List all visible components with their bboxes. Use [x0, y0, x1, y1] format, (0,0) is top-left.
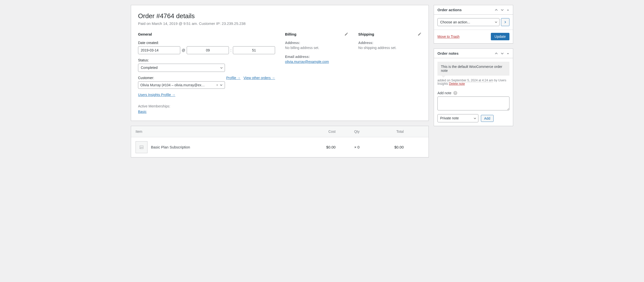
- hour-input[interactable]: [187, 46, 229, 54]
- chevron-down-icon[interactable]: [500, 52, 504, 55]
- item-name: Basic Plan Subscription: [151, 145, 190, 149]
- image-placeholder-icon: [136, 141, 148, 153]
- billing-heading: Billing: [285, 32, 348, 36]
- shipping-heading: Shipping: [358, 32, 422, 36]
- chevron-up-icon[interactable]: [494, 52, 498, 55]
- chevron-down-icon[interactable]: [500, 8, 504, 12]
- profile-link[interactable]: Profile →: [226, 76, 240, 80]
- billing-column: Billing Address: No billing address set.…: [285, 32, 348, 114]
- shipping-column: Shipping Address: No shipping address se…: [358, 32, 422, 114]
- add-note-label: Add note: [438, 91, 451, 95]
- action-select[interactable]: Choose an action...: [438, 18, 500, 26]
- help-icon[interactable]: ?: [453, 91, 457, 95]
- at-label: @: [182, 48, 185, 52]
- col-cost: Cost: [310, 126, 340, 137]
- order-notes-panel: Order notes This is the default WooComme…: [434, 49, 513, 126]
- item-cost: $0.00: [310, 137, 340, 157]
- pencil-icon[interactable]: [344, 32, 348, 36]
- apply-action-button[interactable]: [501, 18, 510, 26]
- billing-address-label: Address:: [285, 41, 348, 45]
- order-actions-title: Order actions: [438, 8, 462, 12]
- page-title: Order #4764 details: [138, 12, 422, 20]
- order-items-panel: Item Cost Qty Total Basic P: [131, 126, 429, 158]
- order-actions-panel: Order actions Choose an action...: [434, 5, 513, 44]
- membership-link[interactable]: Basic: [138, 110, 146, 114]
- date-created-label: Date created:: [138, 41, 275, 45]
- items-table: Item Cost Qty Total Basic P: [131, 126, 428, 157]
- note-type-select[interactable]: Private note: [438, 114, 478, 122]
- note-text: This is the default WooCommerce order no…: [441, 65, 502, 73]
- customer-value: Olivia Murray (#104 – olivia.murray@ex…: [140, 83, 215, 87]
- time-separator: :: [230, 48, 232, 52]
- svg-point-1: [141, 147, 141, 147]
- delete-note-link[interactable]: Delete note: [449, 82, 465, 86]
- billing-email-link[interactable]: olivia.murray@example.com: [285, 60, 329, 64]
- table-header-row: Item Cost Qty Total: [131, 126, 428, 137]
- update-button[interactable]: Update: [491, 33, 510, 40]
- billing-email-label: Email address:: [285, 55, 348, 59]
- date-input[interactable]: [138, 46, 180, 54]
- note-textarea[interactable]: [438, 96, 510, 110]
- memberships-label: Active Memberships:: [138, 104, 275, 108]
- col-total: Total: [364, 126, 428, 137]
- col-item: Item: [131, 126, 310, 137]
- clear-icon[interactable]: ×: [216, 83, 218, 87]
- item-qty: × 0: [340, 137, 364, 157]
- order-meta: Paid on March 14, 2019 @ 9:51 am. Custom…: [138, 21, 422, 26]
- svg-rect-0: [140, 146, 143, 149]
- chevron-right-icon: [504, 21, 507, 24]
- chevron-down-icon: [220, 84, 223, 87]
- users-insights-profile-link[interactable]: Users Insights Profile →: [138, 93, 175, 97]
- add-note-button[interactable]: Add: [481, 115, 494, 122]
- general-column: General Date created: @ :: [138, 32, 275, 114]
- move-to-trash-link[interactable]: Move to Trash: [438, 35, 460, 39]
- customer-select[interactable]: Olivia Murray (#104 – olivia.murray@ex… …: [138, 81, 225, 89]
- caret-up-icon[interactable]: [506, 9, 510, 12]
- status-label: Status:: [138, 58, 275, 62]
- note-meta: added on September 5, 2024 at 4:24 am by…: [438, 79, 510, 86]
- order-details-panel: Order #4764 details Paid on March 14, 20…: [131, 5, 429, 121]
- col-qty: Qty: [340, 126, 364, 137]
- status-select[interactable]: Completed: [138, 64, 225, 72]
- view-other-orders-link[interactable]: View other orders →: [244, 76, 275, 80]
- customer-label: Customer:: [138, 76, 154, 80]
- item-total: $0.00: [364, 137, 428, 157]
- minute-input[interactable]: [233, 46, 275, 54]
- order-notes-title: Order notes: [438, 51, 458, 55]
- shipping-address-label: Address:: [358, 41, 422, 45]
- billing-address-empty: No billing address set.: [285, 46, 348, 50]
- pencil-icon[interactable]: [418, 32, 422, 36]
- caret-up-icon[interactable]: [506, 52, 510, 55]
- table-row: Basic Plan Subscription $0.00 × 0 $0.00: [131, 137, 428, 157]
- shipping-address-empty: No shipping address set.: [358, 46, 422, 50]
- order-note: This is the default WooCommerce order no…: [438, 62, 510, 76]
- chevron-up-icon[interactable]: [494, 8, 498, 12]
- general-heading: General: [138, 32, 275, 36]
- note-date: added on September 5, 2024 at 4:24 am: [438, 79, 493, 82]
